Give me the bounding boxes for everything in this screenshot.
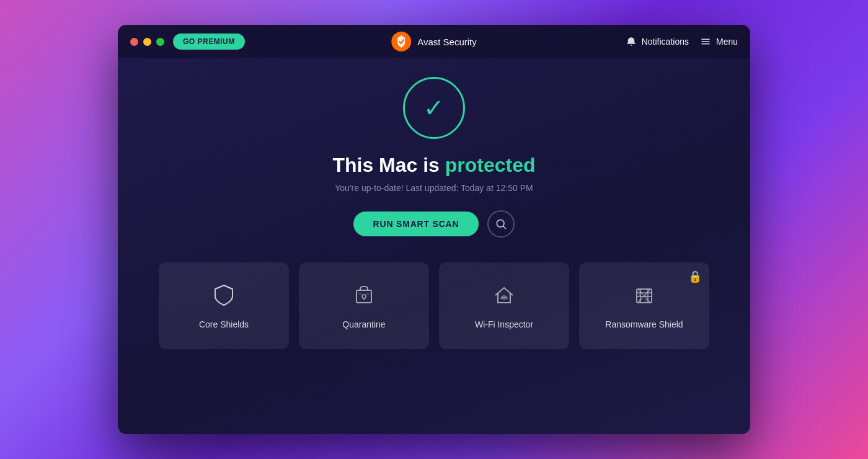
window-controls — [130, 38, 164, 46]
status-circle: ✓ — [403, 77, 465, 139]
search-button[interactable] — [487, 210, 515, 238]
app-name-label: Avast Security — [417, 37, 477, 47]
ransomware-shield-icon: $ € £ ¥ — [632, 283, 657, 311]
menu-button[interactable]: Menu — [700, 36, 738, 47]
main-content: ✓ This Mac is protected You're up-to-dat… — [118, 58, 750, 434]
quarantine-icon — [352, 283, 376, 311]
svg-rect-2 — [701, 41, 710, 42]
notifications-label: Notifications — [642, 37, 689, 47]
maximize-button[interactable] — [156, 38, 164, 46]
titlebar-right: Notifications Menu — [626, 36, 738, 47]
app-window: GO PREMIUM Avast Security Notifications — [118, 25, 750, 434]
quarantine-card[interactable]: Quarantine — [299, 262, 429, 349]
wifi-inspector-label: Wi-Fi Inspector — [475, 319, 533, 329]
wifi-inspector-card[interactable]: Wi-Fi Inspector — [439, 262, 569, 349]
svg-rect-3 — [701, 43, 710, 45]
titlebar: GO PREMIUM Avast Security Notifications — [118, 25, 750, 58]
menu-label: Menu — [716, 37, 738, 47]
core-shields-card[interactable]: Core Shields — [159, 262, 289, 349]
actions-row: RUN SMART SCAN — [353, 210, 515, 238]
go-premium-button[interactable]: GO PREMIUM — [173, 33, 245, 50]
checkmark-icon: ✓ — [423, 96, 445, 120]
svg-point-7 — [362, 295, 366, 298]
wifi-inspector-icon — [492, 283, 516, 311]
bell-icon — [626, 36, 637, 47]
svg-rect-6 — [356, 290, 371, 303]
quarantine-label: Quarantine — [342, 319, 385, 329]
titlebar-center: Avast Security — [391, 32, 477, 51]
status-highlight: protected — [445, 154, 536, 176]
run-smart-scan-button[interactable]: RUN SMART SCAN — [353, 212, 479, 236]
core-shields-icon — [211, 283, 236, 311]
svg-point-9 — [503, 299, 505, 300]
minimize-button[interactable] — [143, 38, 151, 46]
close-button[interactable] — [130, 38, 138, 46]
ransomware-shield-card[interactable]: 🔒 $ € £ ¥ — [579, 262, 709, 349]
cards-row: Core Shields Quarantine — [143, 262, 725, 349]
search-icon — [495, 218, 507, 230]
avast-logo-icon — [391, 32, 411, 51]
status-title: This Mac is protected — [332, 154, 535, 177]
ransomware-shield-label: Ransomware Shield — [605, 319, 683, 329]
status-prefix: This Mac is — [332, 154, 445, 176]
hamburger-icon — [700, 36, 711, 47]
lock-badge: 🔒 — [688, 270, 702, 283]
notifications-button[interactable]: Notifications — [626, 36, 689, 47]
svg-line-5 — [503, 226, 506, 229]
svg-rect-1 — [701, 39, 710, 40]
svg-text:$: $ — [639, 293, 640, 296]
core-shields-label: Core Shields — [199, 319, 249, 329]
status-subtitle: You're up-to-date! Last updated: Today a… — [335, 183, 533, 193]
